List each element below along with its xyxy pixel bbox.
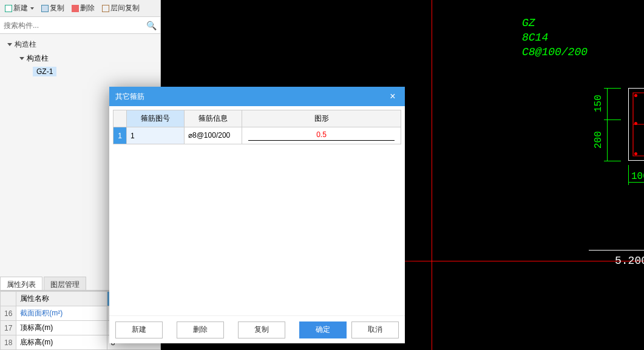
tree-root[interactable]: 构造柱 [2,38,158,52]
shape-value: 0.5 [248,130,395,141]
tree-group[interactable]: 构造柱 [2,52,158,66]
tree-item-label: GZ-1 [33,67,56,76]
dropdown-icon [30,7,34,10]
header-shape[interactable]: 图形 [242,110,401,127]
prop-name: 底标高(m) [16,335,107,350]
dlg-ok-button[interactable]: 确定 [299,321,347,338]
header-fig-no[interactable]: 箍筋图号 [127,110,185,127]
cell-fig-no[interactable]: 1 [127,127,185,144]
header-blank [1,292,16,306]
dlg-copy-button[interactable]: 复制 [238,321,285,338]
column-label-bars: 8C14 [522,32,548,44]
layer-copy-label: 层间复制 [110,3,140,13]
dim-line [604,119,621,120]
new-button[interactable]: 新建 [2,2,36,15]
phi-symbol: ⌀ [188,131,192,140]
tree-root-label: 构造柱 [15,40,36,49]
cell-info[interactable]: ⌀8@100/200 [185,127,242,144]
copy-label: 复制 [50,3,64,13]
dim-line [604,88,621,89]
row-number: 17 [1,321,16,335]
stirrup-table: 箍筋图号 箍筋信息 图形 1 1 ⌀8@100/200 0.5 [113,110,401,144]
prop-name: 截面面积(m²) [16,306,107,321]
tree-group-label: 构造柱 [27,54,49,62]
dim-line [607,88,608,161]
axis-line-vertical [432,0,432,350]
section-range: 5.200~8.000m [615,255,644,267]
dialog-titlebar[interactable]: 其它箍筋 × [109,87,405,106]
dialog-body: 箍筋图号 箍筋信息 图形 1 1 ⌀8@100/200 0.5 [109,106,405,315]
caret-icon [7,43,12,46]
dim-line [628,182,644,183]
dim-100: 100 [631,171,644,182]
search-icon[interactable]: 🔍 [146,21,157,30]
delete-label: 删除 [80,3,95,13]
search-row: 🔍 [0,17,160,34]
rebar-dot [634,94,637,97]
cell-info-text: 8@100/200 [192,131,230,140]
dim-line [604,161,621,161]
header-blank [114,110,127,127]
new-icon [5,5,12,12]
dlg-delete-button[interactable]: 删除 [177,321,224,338]
caret-icon [19,57,24,60]
new-label: 新建 [13,3,28,13]
dlg-cancel-button[interactable]: 取消 [351,321,399,338]
delete-icon [72,5,79,12]
tab-property-list[interactable]: 属性列表 [0,277,42,290]
table-row[interactable]: 1 1 ⌀8@100/200 0.5 [114,127,401,144]
dim-line [628,165,629,185]
close-icon[interactable]: × [387,91,399,102]
stirrup-dialog: 其它箍筋 × 箍筋图号 箍筋信息 图形 1 1 ⌀8@100/200 0.5 新… [109,87,405,343]
dim-150: 150 [593,95,604,112]
delete-button[interactable]: 删除 [69,2,97,15]
section-underline [589,250,644,251]
tab-layer-manage[interactable]: 图层管理 [44,277,86,290]
search-input[interactable] [4,21,146,30]
row-number: 16 [1,306,16,321]
layer-copy-icon [102,5,109,12]
dialog-title-text: 其它箍筋 [115,92,144,102]
prop-name: 顶标高(m) [16,321,107,335]
header-name: 属性名称 [16,292,107,306]
component-toolbar: 新建 复制 删除 层间复制 [0,0,160,17]
copy-icon [41,5,49,12]
column-label-gz: GZ [522,17,535,29]
cell-shape[interactable]: 0.5 [242,127,401,144]
row-number: 18 [1,335,16,350]
copy-button[interactable]: 复制 [39,2,67,15]
column-label-stirrup: C8@100/200 [522,46,588,58]
dim-200v: 200 [593,131,604,149]
rebar-dot [634,122,637,125]
rebar-dot [634,152,637,155]
column-section [628,88,644,161]
tree-item-gz1[interactable]: GZ-1 [2,66,158,78]
dialog-footer: 新建 删除 复制 确定 取消 [109,315,405,343]
layer-copy-button[interactable]: 层间复制 [100,2,142,15]
header-info[interactable]: 箍筋信息 [185,110,242,127]
row-number: 1 [114,127,127,144]
dlg-new-button[interactable]: 新建 [115,321,163,338]
